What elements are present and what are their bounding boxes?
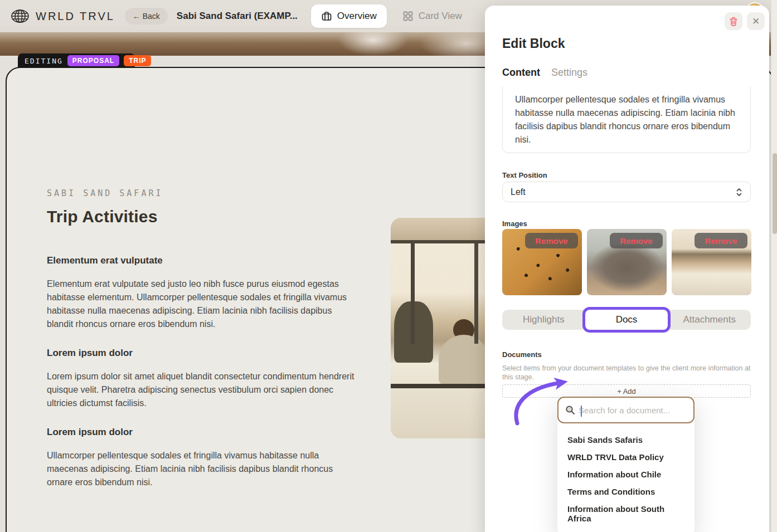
tab-overview[interactable]: Overview: [311, 4, 387, 28]
document-search-input[interactable]: [579, 406, 673, 415]
section-body: Elementum erat vulputate sed justo leo n…: [47, 277, 359, 331]
section-heading: Elementum erat vulputate: [47, 255, 359, 266]
close-panel-button[interactable]: ✕: [747, 12, 765, 30]
text-position-label: Text Position: [502, 171, 547, 179]
tab-card-view[interactable]: Card View: [392, 4, 472, 28]
tab-card-view-label: Card View: [419, 11, 462, 22]
section-eyebrow: SABI SAND SAFARI: [47, 188, 359, 198]
grid-icon: [402, 11, 414, 22]
tab-highlights[interactable]: Highlights: [502, 310, 585, 330]
page-title: Trip Activities: [47, 207, 359, 226]
scrollbar-track[interactable]: [771, 0, 777, 532]
brand: WRLD TRVL: [10, 8, 115, 25]
panel-tabs: Content Settings: [502, 67, 587, 88]
edit-block-panel: ✕ Edit Block Content Settings Ullamcorpe…: [485, 6, 769, 532]
remove-image-button[interactable]: Remove: [610, 233, 663, 248]
tab-settings[interactable]: Settings: [551, 67, 587, 88]
text-position-select[interactable]: Left: [502, 182, 751, 202]
trip-title: Sabi Sand Safari (EXAMP...: [177, 11, 298, 22]
tab-content[interactable]: Content: [502, 67, 540, 88]
panel-title: Edit Block: [502, 36, 565, 51]
tab-attachments[interactable]: Attachments: [668, 310, 751, 330]
image-thumbnails: Remove Remove Remove: [502, 229, 751, 295]
status-bar: EDITING PROPOSAL TRIP: [18, 53, 135, 68]
document-result[interactable]: Sabi Sands Safaris: [557, 431, 695, 448]
editing-label: EDITING: [25, 57, 63, 65]
section-body: Ullamcorper pellentesque sodales et frin…: [47, 449, 359, 489]
documents-label: Documents: [502, 350, 542, 359]
back-button[interactable]: ← Back: [125, 8, 168, 25]
vehicle-photo-thumb: Remove: [672, 229, 751, 295]
document-search-box[interactable]: [557, 397, 695, 423]
block-extras-tabs: Highlights Docs Attachments: [502, 310, 751, 330]
section-body: Lorem ipsum dolor sit amet aliquet bland…: [47, 370, 359, 410]
tab-docs[interactable]: Docs: [585, 310, 668, 330]
document-result[interactable]: Terms and Conditions: [557, 483, 695, 500]
trash-icon: [729, 17, 738, 26]
cheetah-photo-thumb: Remove: [502, 229, 582, 295]
text-cursor: [581, 406, 582, 417]
tab-overview-label: Overview: [337, 11, 377, 22]
document-results-list: Sabi Sands Safaris WRLD TRVL Data Policy…: [557, 419, 695, 532]
close-icon: ✕: [752, 16, 760, 27]
section-heading: Lorem ipsum dolor: [47, 427, 359, 438]
remove-image-button[interactable]: Remove: [525, 233, 578, 248]
document-result[interactable]: Information about Chile: [557, 466, 695, 483]
document-result[interactable]: Information about South Africa: [557, 500, 695, 527]
globe-icon: [10, 8, 30, 25]
chevron-updown-icon: [736, 187, 742, 197]
text-position-value: Left: [511, 187, 526, 197]
documents-description: Select items from your document template…: [502, 364, 751, 382]
search-icon: [565, 405, 575, 415]
block-text-input[interactable]: Ullamcorper pellentesque sodales et frin…: [502, 86, 751, 153]
trip-activities-section: SABI SAND SAFARI Trip Activities Element…: [47, 188, 359, 506]
document-result[interactable]: WRLD TRVL Data Policy: [557, 448, 695, 466]
remove-image-button[interactable]: Remove: [695, 233, 747, 248]
document-search-dropdown: Sabi Sands Safaris WRLD TRVL Data Policy…: [557, 397, 695, 532]
delete-block-button[interactable]: [725, 12, 742, 30]
scrollbar-thumb[interactable]: [773, 153, 777, 234]
briefcase-icon: [321, 11, 332, 22]
section-heading: Lorem ipsum dolor: [47, 348, 359, 359]
images-label: Images: [502, 219, 527, 228]
brand-name: WRLD TRVL: [36, 10, 115, 23]
trip-badge: TRIP: [124, 55, 151, 66]
elephants-photo-thumb: Remove: [587, 229, 667, 295]
add-document-button[interactable]: + Add: [502, 384, 751, 398]
proposal-badge: PROPOSAL: [67, 55, 119, 66]
